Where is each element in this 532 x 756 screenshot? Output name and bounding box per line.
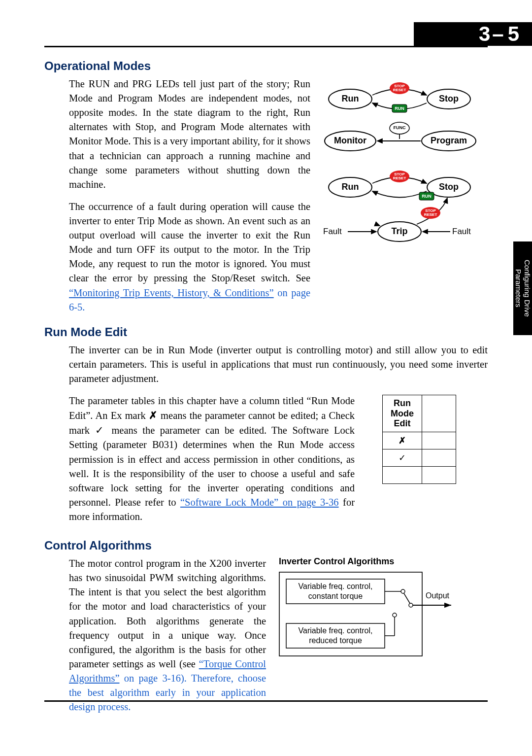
side-thumb-tab: Configuring Drive Parameters [513,241,532,335]
svg-text:Variable freq. control,: Variable freq. control, [299,626,373,635]
run-mode-edit-table: Run Mode Edit ✗ ✓ [382,394,456,484]
svg-point-39 [401,589,405,593]
svg-point-43 [409,603,413,607]
page: 3 – 5 Configuring Drive Parameters Opera… [0,0,532,756]
rme-header: Run Mode Edit [383,395,422,432]
svg-text:constant torque: constant torque [308,592,363,600]
svg-line-44 [404,593,410,603]
state-diagrams: Run Stop STOP RESET RUN [323,77,481,253]
svg-text:reduced torque: reduced torque [309,636,362,645]
svg-text:FUNC: FUNC [394,125,406,130]
link-monitoring-trip[interactable]: “Monitoring Trip Events, History, & Cond… [69,287,274,298]
rme-cell-empty [383,467,422,484]
page-sep: – [491,22,507,46]
svg-text:Fault: Fault [452,227,471,236]
heading-operational-modes: Operational Modes [44,59,488,73]
svg-text:Fault: Fault [323,227,342,236]
svg-text:RESET: RESET [393,88,406,92]
svg-text:Program: Program [431,136,467,145]
para-op-modes-1: The RUN and PRG LEDs tell just part of t… [69,77,310,192]
page-chapter: 3 [479,22,491,46]
para-algo-1: The motor control program in the X200 in… [69,556,266,714]
para-rme-2: The parameter tables in this chapter hav… [69,394,355,524]
page-number-tab: 3 – 5 [414,22,532,46]
svg-text:Variable freq. control,: Variable freq. control, [299,582,373,590]
check-mark-icon: ✓ [95,424,106,436]
bottom-rule [44,700,488,702]
svg-text:Trip: Trip [391,226,407,236]
link-software-lock-mode[interactable]: “Software Lock Mode” on page 3-36 [180,497,339,508]
svg-text:Run: Run [342,182,359,192]
rme-header-blank [422,395,456,432]
svg-text:Monitor: Monitor [334,136,366,145]
svg-text:Stop: Stop [439,182,459,192]
svg-text:Stop: Stop [439,94,459,103]
content-area: Operational Modes The RUN and PRG LEDs t… [44,59,488,697]
rme-cell-x: ✗ [383,432,422,449]
state-diagram-run-stop-monitor-program: Run Stop STOP RESET RUN [323,77,481,166]
svg-text:RUN: RUN [422,194,432,199]
svg-text:RUN: RUN [395,106,404,111]
inverter-control-algorithms-figure: Inverter Control Algorithms Variable fre… [279,556,456,667]
para-op-modes-2: The occurrence of a fault during operati… [69,200,310,314]
heading-control-algorithms: Control Algorithms [44,539,488,552]
svg-text:RESET: RESET [424,212,437,217]
svg-point-42 [393,613,397,617]
algo-figure-title: Inverter Control Algorithms [279,556,456,567]
x-mark-icon: ✗ [149,410,158,421]
top-rule [44,46,488,47]
svg-text:RESET: RESET [393,176,406,180]
svg-text:Run: Run [342,94,359,103]
page-number: 5 [508,22,520,46]
para-rme-1: The inverter can be in Run Mode (inverte… [69,343,488,386]
rme-cell-check: ✓ [383,449,422,467]
state-diagram-run-stop-trip: Run Stop STOP RESET RUN Trip [323,168,481,251]
heading-run-mode-edit: Run Mode Edit [44,325,488,339]
svg-text:Output: Output [426,591,450,600]
